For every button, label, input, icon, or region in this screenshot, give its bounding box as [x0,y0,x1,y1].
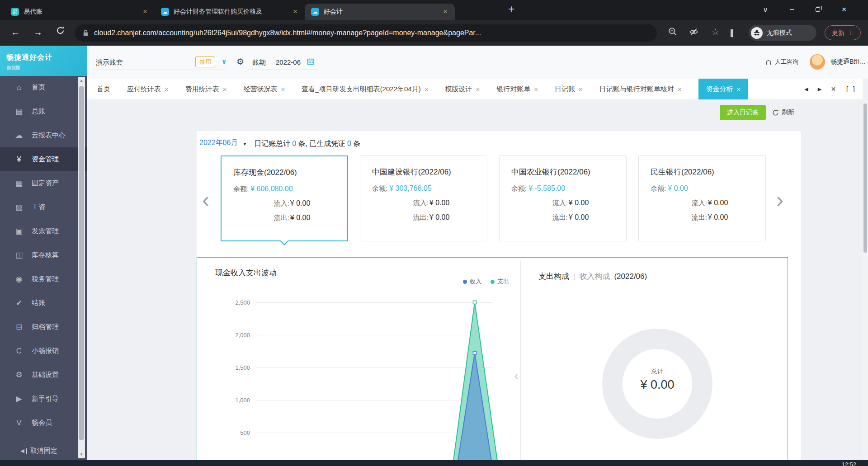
workspace-tab[interactable]: 银行对账单 × [496,79,538,99]
reload-icon[interactable] [56,26,65,37]
page-scrollbar-thumb[interactable] [863,104,867,253]
user-name[interactable]: 畅捷通B组... [830,58,865,66]
legend-item[interactable]: 收入 [463,278,481,286]
workspace-tab-close-icon[interactable]: × [678,85,682,93]
new-tab-button[interactable]: + [508,4,514,14]
side-panel-icon[interactable] [732,29,733,38]
account-dropdown-chevron-icon[interactable]: ∨ [222,58,226,65]
workspace-tab-close-icon[interactable]: × [579,85,583,93]
tab-scroll-left-icon[interactable]: ◀ [804,86,808,92]
outflow-row: 流出:¥ 0.00 [360,213,487,222]
month-selector[interactable]: 2022年06月 [199,138,238,149]
workspace-tab-close-icon[interactable]: × [534,85,538,93]
scroll-up-icon[interactable]: ▲ [78,79,85,83]
sidebar-item[interactable]: ◉ 税务管理 [0,267,87,291]
workspace-tab[interactable]: 费用统计表 × [185,79,227,99]
zoom-icon[interactable] [668,27,677,38]
account-card[interactable]: 库存现金(2022/06) 余额:¥ 606,080.00 流入:¥ 0.00 … [221,155,348,241]
month-caret-icon[interactable]: ▼ [242,141,247,146]
unpin-sidebar-button[interactable]: ◀ 取消固定 [0,447,78,455]
workspace-tab[interactable]: 首页 × [97,79,110,99]
workspace-tab-label: 模版设计 [445,85,472,94]
carousel-prev-icon[interactable]: ‹ [202,189,209,211]
bookmark-star-icon[interactable]: ☆ [712,27,719,37]
workspace-tab[interactable]: 应付统计表 × [127,79,169,99]
window-close-button[interactable]: × [842,5,847,14]
workspace-tab-close-icon[interactable]: × [165,85,169,93]
sidebar-item-icon: ◉ [14,274,24,284]
sidebar-item[interactable]: ⊟ 归档管理 [0,315,87,339]
enter-journal-button[interactable]: 进入日记账 [720,105,766,120]
account-card[interactable]: 中国农业银行(2022/06) 余额:¥ -5,585.00 流入:¥ 0.00… [499,155,627,241]
workspace-tab[interactable]: 查看_项目研发支出明细表(2022年04月) × [302,79,428,99]
sidebar-item[interactable]: ☁ 云报表中心 [0,123,87,147]
sidebar-item-icon: ▣ [14,226,24,236]
workspace-tab[interactable]: 经营状况表 × [244,79,285,99]
back-button[interactable]: ← [11,27,20,38]
tab-search-icon[interactable]: ∨ [763,5,768,14]
fullscreen-icon[interactable]: [ ] [845,85,855,93]
browser-tab[interactable]: ☁ 好会计 × [305,4,455,20]
workspace-tab[interactable]: 日记账 × [555,79,583,99]
period-value[interactable]: 2022-06 [276,58,301,66]
forward-button[interactable]: → [33,27,42,38]
close-all-tabs-icon[interactable]: × [831,85,836,94]
sidebar-item[interactable]: ◫ 库存核算 [0,243,87,267]
minimize-button[interactable]: − [789,5,794,14]
chart-legend: 收入 支出 [463,278,509,286]
user-avatar[interactable] [810,54,825,70]
sidebar-item[interactable]: ▶ 新手引导 [0,387,87,411]
support-link[interactable]: 人工咨询 [765,58,798,66]
income-composition-tab[interactable]: 收入构成 [579,272,610,281]
sidebar-item[interactable]: ▤ 总账 [0,99,87,123]
sidebar-item[interactable]: ▧ 工资 [0,195,87,219]
expense-composition-tab[interactable]: 支出构成 [538,272,569,281]
tab-close-icon[interactable]: × [442,7,448,16]
page-scrollbar[interactable] [863,100,868,466]
sidebar-item[interactable]: ✔ 结账 [0,291,87,315]
sidebar-item[interactable]: C 小畅报销 [0,339,87,363]
refresh-button[interactable]: 刷新 [772,105,794,120]
carousel-next-icon[interactable]: › [776,189,783,211]
sidebar-item-icon: ⊟ [14,322,24,332]
workspace-tab-close-icon[interactable]: × [476,85,480,93]
browser-menu-icon[interactable]: ⋮ [848,29,854,36]
scroll-down-icon[interactable]: ▼ [78,452,85,457]
browser-update-button[interactable]: 更新 ⋮ [825,25,861,40]
sidebar-item-label: 资金管理 [32,155,59,164]
sidebar-item[interactable]: ▣ 发票管理 [0,219,87,243]
tab-close-icon[interactable]: × [142,7,148,16]
sidebar-item[interactable]: ¥ 资金管理 [0,147,87,171]
legend-item[interactable]: 支出 [491,278,509,286]
workspace-tab-close-icon[interactable]: × [425,85,429,93]
workspace-tab-close-icon[interactable]: × [223,85,227,93]
workspace-tab[interactable]: 日记账与银行对账单核对 × [599,79,682,99]
incognito-profile-chip[interactable]: 无痕模式 [749,25,816,41]
account-card[interactable]: 中国建设银行(2022/06) 余额:¥ 303,766.05 流入:¥ 0.0… [360,155,487,241]
tab-close-icon[interactable]: × [292,7,298,16]
sidebar-item[interactable]: ⌂ 首页 [0,75,87,99]
browser-tab[interactable]: 易 易代账 × [5,4,155,20]
restore-button[interactable] [816,7,820,12]
workspace-tab-label: 银行对账单 [496,85,530,94]
sidebar-item[interactable]: ⚙ 基础设置 [0,363,87,387]
account-set-name[interactable]: 演示账套 [96,58,123,67]
sidebar-scrollbar[interactable]: ▲ ▼ [78,77,85,458]
workspace-tab-close-icon[interactable]: × [281,85,285,93]
workspace-tab[interactable]: 资金分析 × [698,79,749,99]
address-bar[interactable]: cloud2.chanjet.com/accounting/uh26t264j5… [75,24,657,42]
collapse-chevron-icon[interactable]: ‹ [514,370,518,382]
unpin-arrow-icon: ◀ [20,448,24,454]
sidebar-scrollbar-thumb[interactable] [79,86,84,440]
tab-scroll-right-icon[interactable]: ▶ [818,86,821,92]
sidebar-item[interactable]: ▦ 固定资产 [0,171,87,195]
browser-tab[interactable]: ☁ 好会计财务管理软件购买价格及 × [155,4,305,20]
eye-blocked-icon[interactable] [689,28,698,38]
workspace-tab[interactable]: 模版设计 × [445,79,480,99]
calendar-icon[interactable] [307,58,314,67]
sidebar-item[interactable]: V 畅会员 [0,411,87,435]
inflow-value: ¥ 0.00 [569,199,589,207]
account-card[interactable]: 民生银行(2022/06) 余额:¥ 0.00 流入:¥ 0.00 流出:¥ 0… [638,155,766,241]
settings-gear-icon[interactable]: ⚙ [236,56,244,67]
workspace-tab-close-icon[interactable]: × [737,85,741,93]
